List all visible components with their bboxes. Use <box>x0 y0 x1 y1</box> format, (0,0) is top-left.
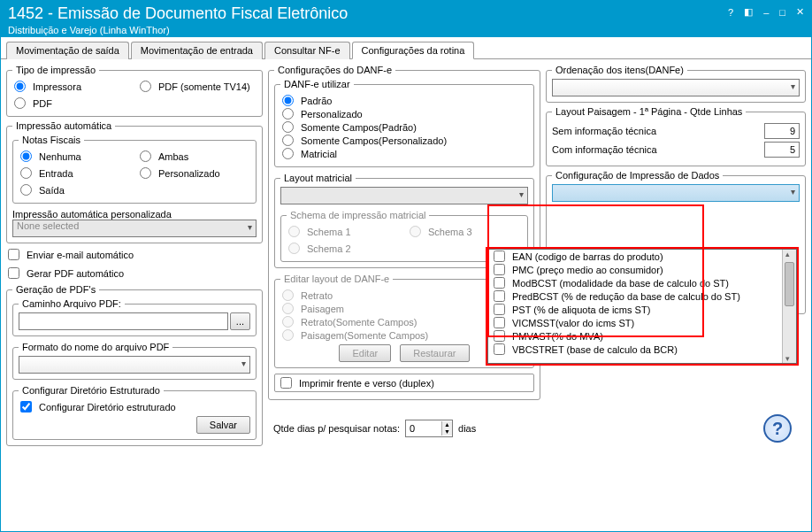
input-qtde-dias[interactable] <box>406 420 441 436</box>
dropdown-item-checkbox[interactable] <box>494 251 505 262</box>
dropdown-item[interactable]: ModBCST (modalidade da base de calculo d… <box>488 276 782 289</box>
label-duplex[interactable]: Imprimir frente e verso (duplex) <box>299 378 434 389</box>
radio-ambas[interactable] <box>140 150 151 162</box>
dropdown-item-label: PMVAST(% do MVA) <box>512 331 603 342</box>
legend-schema: Schema de impressão matricial <box>287 210 429 220</box>
btn-browse-caminho[interactable]: ... <box>230 312 250 330</box>
label-personalizado[interactable]: Personalizado <box>158 168 220 179</box>
radio-pdf-tv14[interactable] <box>140 81 151 92</box>
spin-up-icon[interactable]: ▲ <box>442 421 452 428</box>
label-matricial[interactable]: Matricial <box>301 149 337 159</box>
label-config-dir[interactable]: Configurar Diretório estruturado <box>39 402 176 412</box>
radio-entrada[interactable] <box>20 167 32 179</box>
btn-salvar[interactable]: Salvar <box>196 416 250 434</box>
radio-matricial[interactable] <box>282 148 294 159</box>
dropdown-item[interactable]: PST (% de aliquota de icms ST) <box>488 303 782 316</box>
dropdown-item[interactable]: PMVAST(% do MVA) <box>488 329 782 343</box>
dropdown-item-checkbox[interactable] <box>494 343 505 355</box>
label-nenhuma[interactable]: Nenhuma <box>39 151 81 162</box>
label-padrao[interactable]: Padrão <box>301 96 332 106</box>
check-config-dir[interactable] <box>20 401 32 412</box>
minimize-icon[interactable]: – <box>763 7 769 18</box>
dropdown-scrollbar[interactable] <box>782 250 796 363</box>
dropdown-item-checkbox[interactable] <box>494 277 505 289</box>
dropdown-item-checkbox[interactable] <box>494 304 505 315</box>
fs-geracao-pdf: Geração de PDF's Caminho Arquivo PDF: ..… <box>6 284 263 446</box>
dropdown-item-checkbox[interactable] <box>494 317 505 328</box>
check-duplex[interactable] <box>280 377 292 389</box>
radio-somente-padrao[interactable] <box>282 121 294 133</box>
label-pdf-tv14[interactable]: PDF (somente TV14) <box>158 81 250 92</box>
label-pdf[interactable]: PDF <box>33 98 52 109</box>
radio-retrato <box>282 289 294 301</box>
combo-layout-matricial[interactable] <box>280 187 528 204</box>
spin-down-icon[interactable]: ▼ <box>442 428 452 436</box>
label-gerar-pdf-auto[interactable]: Gerar PDF automático <box>27 268 124 279</box>
help-icon[interactable]: ? <box>728 7 733 18</box>
window-title: 1452 - Emissão de Documento Fiscal Eletr… <box>8 4 728 23</box>
label-somente-pers[interactable]: Somente Campos(Personalizado) <box>301 135 447 146</box>
tab-config-rotina[interactable]: Configurações da rotina <box>352 42 475 59</box>
dropdown-item-label: PST (% de aliquota de icms ST) <box>512 305 650 315</box>
maximize-icon[interactable]: □ <box>779 7 785 18</box>
help-button-icon[interactable]: ? <box>763 414 792 443</box>
dropdown-item[interactable]: VICMSST(valor do icms ST) <box>488 316 782 329</box>
dropdown-item-label: PMC (preço medio ao consumidor) <box>512 265 663 275</box>
check-email-auto[interactable] <box>8 249 19 260</box>
legend-notas-fiscais: Notas Fiscais <box>19 135 84 145</box>
combo-formato-nome[interactable] <box>19 356 250 374</box>
fs-layout-paisagem: Layout Paisagem - 1ª Página - Qtde Linha… <box>546 106 806 166</box>
dropdown-item-checkbox[interactable] <box>494 290 505 302</box>
combo-ordenacao[interactable] <box>552 79 800 96</box>
legend-danfe-utilizar: DANF-e utilizar <box>280 79 354 89</box>
fs-notas-fiscais: Notas Fiscais Nenhuma Ambas Entrada Pers… <box>12 135 257 204</box>
dropdown-item[interactable]: VBCSTRET (base de calculo da BCR) <box>488 343 782 356</box>
dropdown-item[interactable]: PMC (preço medio ao consumidor) <box>488 263 782 276</box>
dropdown-item-checkbox[interactable] <box>494 264 505 275</box>
radio-pdf[interactable] <box>14 97 26 109</box>
legend-config-danfe: Configurações do DANF-e <box>274 65 395 75</box>
combo-config-impr-dados[interactable] <box>552 184 800 202</box>
edit-icon[interactable]: ◧ <box>744 6 753 18</box>
tab-mov-saida[interactable]: Movimentação de saída <box>6 42 129 59</box>
label-du-pers[interactable]: Personalizado <box>301 109 363 120</box>
label-email-auto[interactable]: Enviar e-mail automático <box>27 250 134 260</box>
fs-caminho-pdf: Caminho Arquivo PDF: ... <box>12 298 257 336</box>
radio-saida[interactable] <box>20 184 32 196</box>
radio-du-pers[interactable] <box>282 108 294 120</box>
combo-impr-auto-pers-value: None selected <box>13 220 79 231</box>
label-impressora[interactable]: Impressora <box>33 81 81 92</box>
close-icon[interactable]: ✕ <box>796 6 804 18</box>
radio-personalizado[interactable] <box>140 167 151 179</box>
input-com-info[interactable] <box>764 142 800 158</box>
legend-tipo-impressao: Tipo de impressão <box>12 65 99 75</box>
fs-impressao-auto: Impressão automática Notas Fiscais Nenhu… <box>6 120 263 243</box>
spin-qtde-dias[interactable]: ▲▼ <box>405 420 453 437</box>
scrollbar-thumb[interactable] <box>785 262 794 306</box>
check-gerar-pdf-auto[interactable] <box>8 267 19 279</box>
radio-somente-pers[interactable] <box>282 135 294 146</box>
combo-impr-auto-pers[interactable]: None selected <box>12 220 257 237</box>
dropdown-item-checkbox[interactable] <box>494 330 505 342</box>
input-caminho-pdf[interactable] <box>19 312 228 330</box>
legend-config-impr-dados: Configuração de Impressão de Dados <box>552 170 723 181</box>
radio-padrao[interactable] <box>282 95 294 106</box>
tab-mov-entrada[interactable]: Movimentação de entrada <box>131 42 263 59</box>
label-ambas[interactable]: Ambas <box>158 151 188 162</box>
label-entrada[interactable]: Entrada <box>39 168 73 179</box>
label-paisagem: Paisagem <box>301 304 344 314</box>
label-saida[interactable]: Saída <box>39 185 65 196</box>
dropdown-item[interactable]: EAN (codigo de barras do produto) <box>488 250 782 263</box>
dropdown-item[interactable]: PredBCST (% de redução da base de calcul… <box>488 289 782 303</box>
tab-consultar-nfe[interactable]: Consultar NF-e <box>264 42 350 59</box>
radio-impressora[interactable] <box>14 81 26 92</box>
dropdown-list[interactable]: EAN (codigo de barras do produto)PMC (pr… <box>487 249 797 364</box>
radio-schema2 <box>288 243 300 254</box>
radio-nenhuma[interactable] <box>20 150 32 162</box>
label-retrato: Retrato <box>301 290 333 301</box>
label-schema3: Schema 3 <box>428 227 472 237</box>
input-sem-info[interactable] <box>764 123 800 139</box>
label-somente-padrao[interactable]: Somente Campos(Padrão) <box>301 122 417 133</box>
label-com-info: Com informação técnica <box>552 144 657 155</box>
label-schema2: Schema 2 <box>307 243 351 254</box>
